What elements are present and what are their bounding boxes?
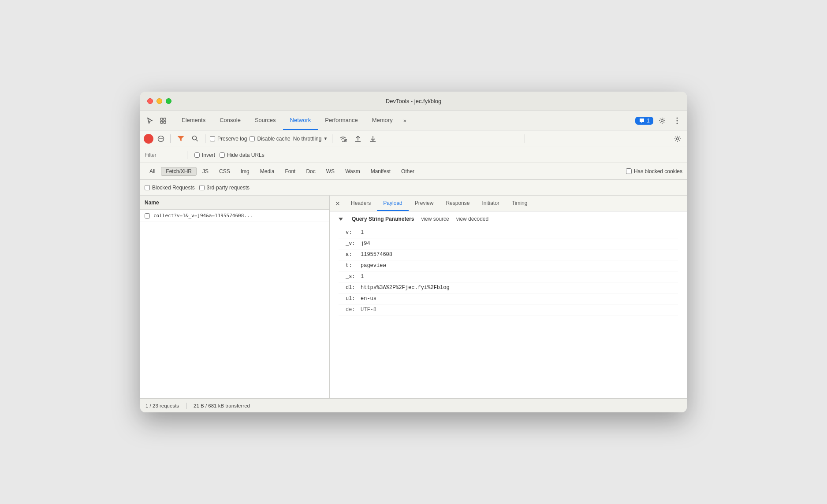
throttle-selector[interactable]: No throttling ▼ [293, 136, 328, 142]
request-row-checkbox[interactable] [145, 213, 150, 219]
hide-data-urls-input[interactable] [220, 152, 225, 158]
payload-tab-preview[interactable]: Preview [409, 196, 440, 211]
svg-rect-3 [164, 121, 166, 123]
transferred-size: 21 B / 681 kB transferred [194, 403, 250, 408]
cursor-icon-btn[interactable] [144, 115, 156, 127]
hide-data-urls-checkbox[interactable]: Hide data URLs [220, 152, 264, 158]
payload-tab-timing[interactable]: Timing [506, 196, 534, 211]
filter-wasm[interactable]: Wasm [340, 167, 365, 176]
network-settings-btn[interactable] [672, 133, 683, 145]
tab-elements[interactable]: Elements [175, 111, 212, 130]
filter-other[interactable]: Other [396, 167, 419, 176]
maximize-button[interactable] [166, 98, 171, 104]
list-item: dl: https%3A%2F%2Fjec.fyi%2Fblog [339, 282, 678, 293]
network-gear-icon [674, 135, 681, 142]
tab-console[interactable]: Console [212, 111, 248, 130]
record-button[interactable] [144, 134, 153, 144]
chat-icon [639, 118, 645, 124]
filter-font[interactable]: Font [280, 167, 300, 176]
param-value: https%3A%2F%2Fjec.fyi%2Fblog [361, 285, 450, 291]
svg-rect-2 [160, 121, 163, 123]
payload-panel: ✕ Headers Payload Preview Response Initi… [330, 196, 687, 398]
has-blocked-cookies-label[interactable]: Has blocked cookies [626, 168, 682, 174]
toolbar-right: 1 [635, 115, 683, 127]
list-item: _v: j94 [339, 238, 678, 249]
param-value: 1195574608 [361, 252, 392, 258]
third-party-checkbox[interactable]: 3rd-party requests [199, 185, 250, 191]
download-btn[interactable] [367, 133, 379, 145]
clear-button[interactable] [156, 134, 166, 144]
filter-ws[interactable]: WS [321, 167, 339, 176]
payload-tab-headers[interactable]: Headers [345, 196, 377, 211]
list-item: ul: en-us [339, 293, 678, 304]
has-blocked-cookies-input[interactable] [626, 168, 632, 174]
request-name: collect?v=1&_v=j94&a=1195574608... [153, 213, 325, 219]
upload-btn[interactable] [352, 133, 364, 145]
inspect-icon [160, 117, 167, 124]
preserve-log-input[interactable] [210, 136, 215, 141]
param-value: en-us [361, 296, 376, 302]
view-decoded-link[interactable]: view decoded [456, 216, 488, 222]
payload-content[interactable]: Query String Parameters view source view… [330, 211, 687, 398]
filter-css[interactable]: CSS [214, 167, 235, 176]
window-title: DevTools - jec.fyi/blog [386, 98, 441, 104]
tabs-bar: Elements Console Sources Network Perform… [175, 111, 633, 130]
svg-point-18 [676, 137, 678, 140]
tab-performance[interactable]: Performance [318, 111, 365, 130]
tab-network[interactable]: Network [283, 111, 318, 130]
param-key: de: [346, 307, 359, 313]
tab-memory[interactable]: Memory [365, 111, 400, 130]
payload-tab-response[interactable]: Response [440, 196, 476, 211]
filter-btn[interactable] [175, 133, 186, 145]
filter-all[interactable]: All [145, 167, 160, 176]
filter-input[interactable] [145, 152, 180, 158]
close-button[interactable] [147, 98, 153, 104]
more-options-btn[interactable] [671, 115, 683, 127]
chat-badge[interactable]: 1 [635, 117, 653, 125]
filter-js[interactable]: JS [197, 167, 213, 176]
throttle-label: No throttling [293, 136, 322, 142]
svg-line-11 [196, 140, 197, 141]
disable-cache-input[interactable] [250, 136, 255, 141]
requests-panel: Name collect?v=1&_v=j94&a=1195574608... [140, 196, 330, 398]
cursor-icon [146, 117, 153, 124]
filter-sep [187, 151, 187, 159]
filter-row: Invert Hide data URLs [140, 147, 687, 163]
filter-media[interactable]: Media [255, 167, 279, 176]
kebab-icon [676, 117, 678, 124]
status-divider [186, 403, 186, 409]
table-row[interactable]: collect?v=1&_v=j94&a=1195574608... [140, 210, 329, 222]
param-key: _v: [346, 241, 359, 247]
blocked-requests-input[interactable] [145, 185, 150, 190]
preserve-log-checkbox[interactable]: Preserve log [210, 136, 247, 142]
search-icon [192, 135, 198, 142]
devtools-toolbar: Elements Console Sources Network Perform… [140, 111, 687, 130]
gear-icon [659, 117, 666, 124]
param-value: j94 [361, 241, 370, 247]
param-value: 1 [361, 230, 364, 236]
disable-cache-checkbox[interactable]: Disable cache [250, 136, 290, 142]
close-panel-btn[interactable]: ✕ [332, 198, 343, 209]
inspect-icon-btn[interactable] [157, 115, 169, 127]
no-entry-icon [157, 135, 164, 142]
invert-checkbox[interactable]: Invert [194, 152, 215, 158]
tab-sources[interactable]: Sources [248, 111, 283, 130]
payload-tab-initiator[interactable]: Initiator [476, 196, 505, 211]
tab-more[interactable]: » [400, 111, 410, 130]
payload-tab-payload[interactable]: Payload [377, 196, 408, 211]
minimize-button[interactable] [156, 98, 162, 104]
third-party-input[interactable] [199, 185, 205, 190]
filter-manifest[interactable]: Manifest [366, 167, 395, 176]
invert-input[interactable] [194, 152, 200, 158]
view-source-link[interactable]: view source [421, 216, 449, 222]
wifi-settings-btn[interactable]: ⚙ [337, 133, 349, 145]
settings-gear-btn[interactable] [656, 115, 668, 127]
filter-icon [177, 136, 184, 142]
filter-img[interactable]: Img [236, 167, 254, 176]
search-btn[interactable] [189, 133, 201, 145]
network-toolbar: Preserve log Disable cache No throttling… [140, 130, 687, 147]
filter-doc[interactable]: Doc [301, 167, 320, 176]
blocked-requests-checkbox[interactable]: Blocked Requests [145, 185, 195, 191]
filter-fetch-xhr[interactable]: Fetch/XHR [161, 167, 197, 176]
main-content: Name collect?v=1&_v=j94&a=1195574608... … [140, 196, 687, 398]
